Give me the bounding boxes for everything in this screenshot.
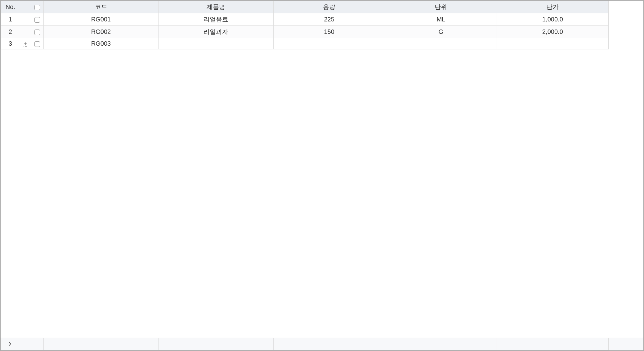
modified-row-icon: + <box>24 42 27 47</box>
row-checkbox[interactable] <box>34 41 40 47</box>
cell-volume[interactable]: 225 <box>273 13 385 26</box>
summary-status <box>20 338 31 350</box>
cell-checkbox <box>31 26 43 38</box>
header-checkbox-cell <box>31 1 43 13</box>
summary-unit <box>385 338 497 350</box>
data-grid-container: No. 코드 제품명 용량 단위 단가 1RG001리얼음료225ML1,000… <box>0 0 644 351</box>
cell-checkbox <box>31 38 43 49</box>
summary-code <box>43 338 158 350</box>
header-name[interactable]: 제품명 <box>159 1 273 13</box>
cell-price[interactable] <box>497 38 608 49</box>
cell-checkbox <box>31 13 43 26</box>
summary-check <box>31 338 43 350</box>
cell-name[interactable] <box>159 38 273 49</box>
cell-status <box>20 26 31 38</box>
select-all-checkbox[interactable] <box>34 5 40 10</box>
cell-code[interactable]: RG001 <box>43 13 158 26</box>
cell-no[interactable]: 3 <box>1 38 20 49</box>
summary-volume <box>273 338 385 350</box>
grid-scroll-area[interactable]: No. 코드 제품명 용량 단위 단가 1RG001리얼음료225ML1,000… <box>1 1 643 338</box>
sigma-icon: Σ <box>8 340 13 348</box>
header-no[interactable]: No. <box>1 1 20 13</box>
cell-volume[interactable] <box>273 38 385 49</box>
row-checkbox[interactable] <box>34 17 40 23</box>
cell-unit[interactable] <box>385 38 497 49</box>
table-row[interactable]: 1RG001리얼음료225ML1,000.0 <box>1 13 609 26</box>
header-volume[interactable]: 용량 <box>273 1 385 13</box>
header-row: No. 코드 제품명 용량 단위 단가 <box>1 1 609 13</box>
header-price[interactable]: 단가 <box>497 1 608 13</box>
row-checkbox[interactable] <box>34 30 40 35</box>
cell-status: + <box>20 38 31 49</box>
product-grid: No. 코드 제품명 용량 단위 단가 1RG001리얼음료225ML1,000… <box>1 1 609 49</box>
cell-name[interactable]: 리얼과자 <box>159 26 273 38</box>
table-row[interactable]: 3+RG003 <box>1 38 609 49</box>
summary-name <box>159 338 273 350</box>
header-code[interactable]: 코드 <box>43 1 158 13</box>
summary-price <box>497 338 608 350</box>
cell-volume[interactable]: 150 <box>273 26 385 38</box>
cell-code[interactable]: RG002 <box>43 26 158 38</box>
cell-status <box>20 13 31 26</box>
summary-grid: Σ <box>1 338 609 350</box>
table-row[interactable]: 2RG002리얼과자150G2,000.0 <box>1 26 609 38</box>
cell-no[interactable]: 1 <box>1 13 20 26</box>
header-unit[interactable]: 단위 <box>385 1 497 13</box>
cell-name[interactable]: 리얼음료 <box>159 13 273 26</box>
cell-unit[interactable]: ML <box>385 13 497 26</box>
cell-code[interactable]: RG003 <box>43 38 158 49</box>
summary-footer: Σ <box>1 338 643 350</box>
cell-no[interactable]: 2 <box>1 26 20 38</box>
summary-sigma: Σ <box>1 338 20 350</box>
cell-unit[interactable]: G <box>385 26 497 38</box>
summary-row: Σ <box>1 338 609 350</box>
cell-price[interactable]: 1,000.0 <box>497 13 608 26</box>
header-status <box>20 1 31 13</box>
cell-price[interactable]: 2,000.0 <box>497 26 608 38</box>
